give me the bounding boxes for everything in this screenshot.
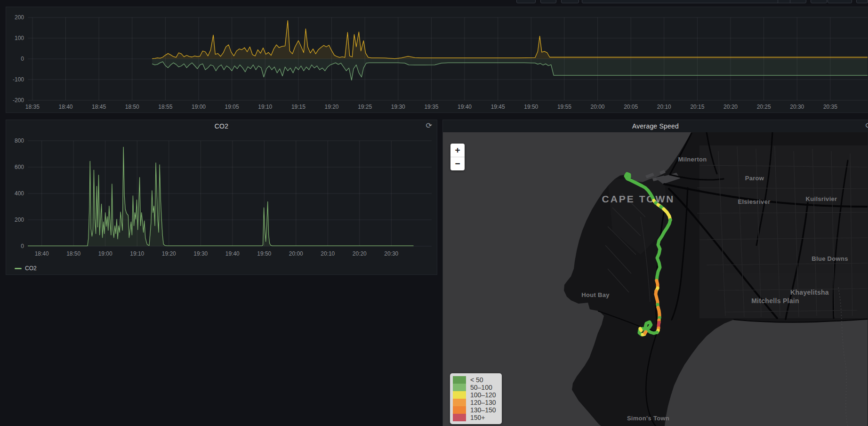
svg-text:19:00: 19:00 bbox=[98, 250, 113, 257]
svg-text:0: 0 bbox=[21, 243, 24, 249]
svg-text:Milnerton: Milnerton bbox=[678, 156, 707, 163]
toolbar-timerange-bar[interactable] bbox=[582, 0, 806, 3]
toolbar-button-2[interactable] bbox=[540, 0, 556, 3]
svg-text:20:10: 20:10 bbox=[657, 104, 671, 110]
co2-legend[interactable]: CO2 bbox=[6, 264, 437, 272]
svg-text:Parow: Parow bbox=[745, 175, 764, 182]
svg-text:200: 200 bbox=[15, 14, 24, 21]
svg-text:Khayelitsha: Khayelitsha bbox=[790, 289, 829, 296]
map-legend-swatch bbox=[453, 376, 466, 384]
co2-legend-swatch bbox=[15, 268, 22, 269]
map-image: MilnertonParowElsiesriverKuilsrivierBlue… bbox=[443, 132, 868, 426]
svg-text:Elsiesriver: Elsiesriver bbox=[738, 198, 770, 205]
svg-text:19:20: 19:20 bbox=[162, 250, 176, 257]
toolbar-button-3[interactable] bbox=[561, 0, 579, 3]
svg-text:19:00: 19:00 bbox=[192, 104, 206, 110]
map-legend-label: 150+ bbox=[470, 414, 485, 421]
svg-text:400: 400 bbox=[15, 190, 24, 197]
zoom-in-button[interactable]: + bbox=[450, 144, 465, 157]
map-legend-swatch bbox=[453, 391, 466, 399]
svg-text:18:35: 18:35 bbox=[25, 104, 40, 110]
map-legend-label: 130–150 bbox=[470, 406, 496, 414]
svg-text:18:40: 18:40 bbox=[58, 104, 72, 110]
svg-text:100: 100 bbox=[15, 35, 24, 41]
svg-text:19:20: 19:20 bbox=[325, 104, 339, 110]
svg-text:19:05: 19:05 bbox=[225, 104, 239, 110]
svg-text:800: 800 bbox=[15, 137, 24, 144]
svg-text:19:10: 19:10 bbox=[130, 250, 144, 257]
toolbar-button-1[interactable] bbox=[516, 0, 536, 3]
svg-text:20:10: 20:10 bbox=[321, 250, 335, 257]
svg-text:20:00: 20:00 bbox=[591, 104, 605, 110]
svg-text:19:55: 19:55 bbox=[557, 104, 571, 110]
svg-text:Blue Downs: Blue Downs bbox=[812, 255, 848, 262]
svg-text:200: 200 bbox=[15, 217, 24, 223]
svg-text:20:20: 20:20 bbox=[353, 250, 367, 257]
svg-text:18:55: 18:55 bbox=[158, 104, 172, 110]
svg-text:20:20: 20:20 bbox=[723, 104, 738, 110]
svg-text:600: 600 bbox=[15, 164, 24, 170]
map-legend-label: 120–130 bbox=[470, 399, 496, 406]
panel-timeseries: 2001000-100-20018:3518:4018:4518:5018:55… bbox=[6, 7, 868, 113]
toolbar-button-5[interactable] bbox=[828, 0, 852, 3]
svg-text:19:40: 19:40 bbox=[458, 104, 472, 110]
svg-text:19:40: 19:40 bbox=[225, 250, 240, 257]
svg-text:Hout Bay: Hout Bay bbox=[581, 291, 610, 298]
svg-text:CAPE TOWN: CAPE TOWN bbox=[602, 193, 675, 204]
co2-panel-header[interactable]: CO2 ⟳ bbox=[6, 120, 437, 132]
svg-text:Mitchells Plain: Mitchells Plain bbox=[751, 297, 799, 305]
co2-chart[interactable]: 800600400200018:4018:5019:0019:1019:2019… bbox=[6, 132, 437, 262]
panel-co2: CO2 ⟳ 800600400200018:4018:5019:0019:101… bbox=[6, 120, 437, 275]
grafana-dashboard: 2001000-100-20018:3518:4018:4518:5018:55… bbox=[0, 0, 868, 426]
toolbar-divider bbox=[778, 0, 778, 3]
co2-panel-title: CO2 bbox=[215, 122, 228, 130]
svg-text:20:25: 20:25 bbox=[757, 104, 771, 110]
svg-text:20:00: 20:00 bbox=[289, 250, 303, 257]
zoom-out-button[interactable]: − bbox=[450, 157, 465, 170]
toolbar-button-4[interactable] bbox=[811, 0, 827, 3]
map-legend-row: 130–150 bbox=[453, 406, 496, 414]
toolbar-divider bbox=[790, 0, 790, 3]
refresh-icon[interactable]: ⟳ bbox=[426, 122, 432, 129]
svg-text:19:10: 19:10 bbox=[258, 104, 272, 110]
map-legend-row: 150+ bbox=[453, 414, 496, 421]
svg-text:19:45: 19:45 bbox=[491, 104, 505, 110]
map-legend-row: < 50 bbox=[453, 376, 496, 384]
svg-text:18:50: 18:50 bbox=[125, 104, 139, 110]
map-legend-label: 100–120 bbox=[470, 391, 496, 399]
map-legend-row: 120–130 bbox=[453, 399, 496, 406]
svg-text:19:15: 19:15 bbox=[291, 104, 305, 110]
svg-text:20:05: 20:05 bbox=[624, 104, 638, 110]
svg-text:20:15: 20:15 bbox=[690, 104, 704, 110]
svg-text:Kuilsrivier: Kuilsrivier bbox=[806, 195, 837, 202]
svg-text:18:45: 18:45 bbox=[92, 104, 106, 110]
svg-text:-100: -100 bbox=[13, 76, 24, 83]
svg-text:19:30: 19:30 bbox=[391, 104, 405, 110]
map-legend-label: 50–100 bbox=[470, 384, 492, 391]
map-zoom-control: + − bbox=[450, 144, 465, 170]
svg-text:19:50: 19:50 bbox=[257, 250, 271, 257]
svg-text:20:35: 20:35 bbox=[823, 104, 837, 110]
co2-legend-label: CO2 bbox=[25, 265, 37, 272]
map-legend-swatch bbox=[453, 399, 466, 406]
svg-text:19:50: 19:50 bbox=[524, 104, 538, 110]
svg-text:-200: -200 bbox=[13, 97, 24, 104]
map-legend-row: 100–120 bbox=[453, 391, 496, 399]
panel-average-speed: Average Speed ⟳ bbox=[442, 120, 868, 426]
map-legend-label: < 50 bbox=[470, 376, 483, 384]
toolbar-button-6[interactable] bbox=[856, 0, 868, 3]
map-legend-row: 50–100 bbox=[453, 384, 496, 391]
map-speed-legend: < 5050–100100–120120–130130–150150+ bbox=[450, 373, 502, 424]
map-legend-swatch bbox=[453, 406, 466, 414]
map-legend-swatch bbox=[453, 384, 466, 391]
svg-text:20:30: 20:30 bbox=[384, 250, 398, 257]
svg-text:Simon's Town: Simon's Town bbox=[627, 415, 669, 422]
refresh-icon[interactable]: ⟳ bbox=[866, 122, 868, 129]
svg-text:19:35: 19:35 bbox=[424, 104, 438, 110]
map-canvas[interactable]: MilnertonParowElsiesriverKuilsrivierBlue… bbox=[443, 132, 868, 426]
svg-text:19:30: 19:30 bbox=[193, 250, 208, 257]
timeseries-chart[interactable]: 2001000-100-20018:3518:4018:4518:5018:55… bbox=[6, 7, 868, 113]
svg-text:19:25: 19:25 bbox=[358, 104, 372, 110]
map-legend-swatch bbox=[453, 414, 466, 421]
map-panel-header[interactable]: Average Speed ⟳ bbox=[443, 120, 868, 132]
